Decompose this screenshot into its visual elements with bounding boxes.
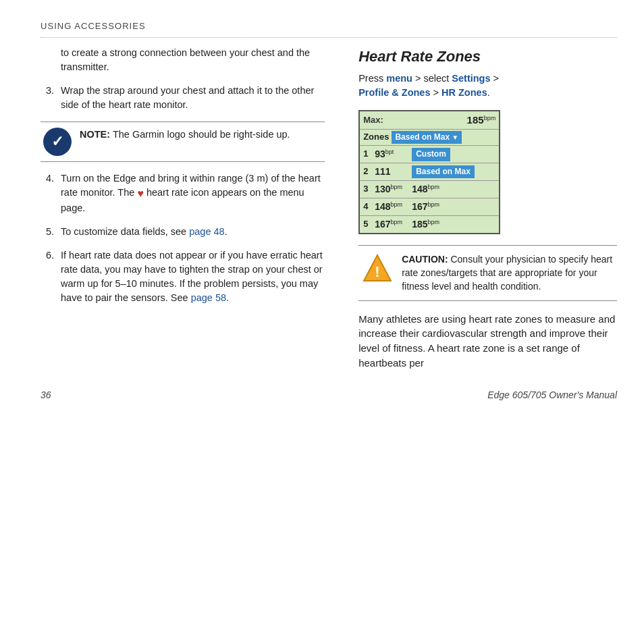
caution-text: CAUTION: Consult your physician to speci… [402,252,614,294]
menu-period: . [487,87,490,98]
note-label: NOTE: [80,129,110,140]
note-box: ✓ NOTE: The Garmin logo should be right-… [41,122,325,162]
row-num-4: 4 [363,200,371,213]
row-5-left: 167bpm [375,217,412,232]
list-content-3: Wrap the strap around your chest and att… [61,84,325,112]
max-number: 185 [467,114,484,126]
list-item: 6. If heart rate data does not appear or… [41,248,325,305]
row-5-right: 185bpm [412,217,439,232]
profile-word: Profile & Zones [358,87,430,98]
row-1-left: 93bpt [375,147,412,161]
press-menu-text: Press menu > select Settings > Profile &… [358,72,617,101]
row-1-right: Custom [412,148,450,161]
row-2-left: 111 [375,165,412,179]
menu-gt1: > select [412,73,452,84]
row-4-left: 148bpm [375,200,412,214]
svg-text:!: ! [375,263,379,280]
caution-box: ! CAUTION: Consult your physician to spe… [358,245,617,301]
screen-row-max: Max: 185bpm [360,111,499,130]
content-area: to create a strong connection between yo… [41,46,617,371]
body-text: Many athletes are using heart rate zones… [358,312,617,371]
row-2-right: Based on Max [412,165,475,178]
menu-gt3: > [431,87,442,98]
hr-zones-word: HR Zones [441,87,487,98]
row-num-1: 1 [363,148,371,161]
screen-row-1: 1 93bpt Custom [360,146,499,163]
menu-word: menu [386,73,412,84]
row-num-5: 5 [363,218,371,231]
device-screen: Max: 185bpm Zones Based on Max ▼ 1 [358,110,500,234]
list-content-4: Turn on the Edge and bring it within ran… [61,171,325,215]
list-number-4: 4. [41,171,54,215]
row-4-right: 167bpm [412,200,439,214]
menu-gt2: > [491,73,500,84]
list-item: 3. Wrap the strap around your chest and … [41,84,325,112]
list-content-5: To customize data fields, see page 48. [61,225,325,239]
row-3-left: 130bpm [375,182,412,196]
max-value: 185bpm [467,113,496,128]
caution-icon-container: ! [361,252,394,289]
page-footer: 36 Edge 605/705 Owner's Manual [41,384,617,402]
list-number-5: 5. [41,225,54,239]
list-content-6: If heart rate data does not appear or if… [61,248,325,305]
caution-label: CAUTION: [402,254,448,265]
manual-title: Edge 605/705 Owner's Manual [487,388,617,402]
note-text: NOTE: The Garmin logo should be right-si… [80,128,290,142]
heart-icon: ♥ [137,186,144,201]
warning-triangle-icon: ! [361,252,394,285]
page-58-link[interactable]: page 58 [191,292,226,303]
checkmark-icon: ✓ [51,131,63,153]
list-number-6: 6. [41,248,54,305]
row-num-3: 3 [363,183,371,196]
screen-row-2: 2 111 Based on Max [360,163,499,181]
note-icon: ✓ [43,128,72,156]
row-3-right: 148bpm [412,182,439,196]
header-text: Using Accessories [41,21,146,31]
right-column: Heart Rate Zones Press menu > select Set… [352,46,617,371]
row-num-2: 2 [363,165,371,178]
page-header: Using Accessories [41,20,617,38]
zones-dropdown-text: Based on Max [395,132,450,143]
screen-row-5: 5 167bpm 185bpm [360,216,499,233]
max-label: Max: [363,114,466,127]
chevron-down-icon: ▼ [452,133,458,143]
note-body: The Garmin logo should be right-side up. [110,129,290,140]
page-number: 36 [41,388,51,402]
continuation-text: to create a strong connection between yo… [61,46,325,74]
page: Using Accessories to create a strong con… [0,0,644,644]
page-48-link[interactable]: page 48 [189,226,224,237]
settings-word: Settings [452,73,490,84]
list-number-3: 3. [41,84,54,112]
zones-dropdown: Based on Max ▼ [392,131,462,144]
zones-label: Zones [363,131,392,144]
screen-row-zones: Zones Based on Max ▼ [360,130,499,146]
section-title: Heart Rate Zones [358,46,617,68]
max-unit: bpm [484,115,496,122]
list-item: 5. To customize data fields, see page 48… [41,225,325,239]
list-item: 4. Turn on the Edge and bring it within … [41,171,325,215]
screen-row-3: 3 130bpm 148bpm [360,181,499,198]
left-column: to create a strong connection between yo… [41,46,331,371]
screen-row-4: 4 148bpm 167bpm [360,198,499,216]
